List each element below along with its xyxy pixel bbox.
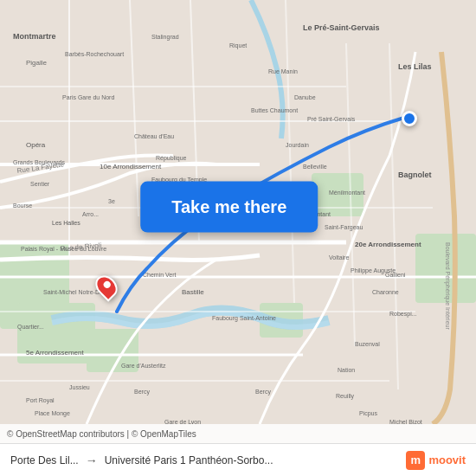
svg-text:Belleville: Belleville: [303, 164, 327, 170]
svg-text:Les Halles: Les Halles: [52, 220, 80, 226]
svg-text:République: République: [156, 155, 187, 162]
bottom-bar: Porte Des Lil... → Université Paris 1 Pa…: [0, 443, 476, 476]
svg-text:Danube: Danube: [294, 94, 316, 100]
svg-text:Voltaire: Voltaire: [329, 254, 349, 261]
svg-text:Port Royal: Port Royal: [26, 397, 55, 404]
svg-text:Bagnolet: Bagnolet: [398, 170, 432, 179]
svg-text:Arro...: Arro...: [82, 211, 99, 217]
svg-text:Robespi...: Robespi...: [389, 311, 417, 318]
map-attribution: © OpenStreetMap contributors | © OpenMap…: [0, 424, 476, 443]
svg-text:Bercy: Bercy: [134, 389, 150, 396]
moovit-logo-text: moovit: [428, 453, 466, 466]
svg-text:Paris Gare du Nord: Paris Gare du Nord: [62, 94, 114, 100]
take-me-there-button[interactable]: Take me there: [140, 182, 318, 233]
svg-text:Grands Boulevards: Grands Boulevards: [13, 159, 65, 165]
svg-text:Le Pré-Saint-Gervais: Le Pré-Saint-Gervais: [303, 23, 380, 32]
svg-text:Stalingrad: Stalingrad: [151, 34, 179, 41]
svg-text:Château d'Eau: Château d'Eau: [134, 133, 174, 139]
svg-text:Gare d'Austerlitz: Gare d'Austerlitz: [121, 363, 166, 369]
svg-text:Rue Manin: Rue Manin: [268, 68, 298, 74]
svg-text:Chemin Vert: Chemin Vert: [143, 272, 177, 278]
route-origin: Porte Des Lil...: [10, 454, 79, 466]
svg-text:Barbès-Rochechouart: Barbès-Rochechouart: [65, 51, 124, 57]
svg-text:Picpus: Picpus: [359, 410, 378, 417]
svg-text:Michel Bizot: Michel Bizot: [389, 419, 422, 424]
svg-text:Charonne: Charonne: [372, 289, 399, 295]
svg-text:Montmartre: Montmartre: [13, 32, 56, 41]
svg-text:10e Arrondissement: 10e Arrondissement: [100, 163, 162, 170]
route-destination: Université Paris 1 Panthéon-Sorbo...: [105, 454, 407, 466]
svg-text:Quartier...: Quartier...: [17, 324, 44, 331]
svg-text:Faubourg Saint-...: Faubourg Saint-...: [9, 423, 57, 424]
svg-text:Bercy: Bercy: [255, 389, 271, 396]
svg-text:Buzenval: Buzenval: [355, 341, 380, 347]
destination-marker: [97, 274, 116, 299]
svg-text:Gare de Lyon: Gare de Lyon: [164, 419, 201, 424]
svg-text:Bastille: Bastille: [182, 288, 204, 296]
svg-text:Palais Royal - Musée du Louvre: Palais Royal - Musée du Louvre: [21, 246, 106, 253]
svg-text:Jussieu: Jussieu: [69, 384, 90, 390]
svg-text:Riquet: Riquet: [229, 42, 247, 49]
svg-text:Ménilmontant: Ménilmontant: [329, 190, 365, 196]
svg-text:Opéra: Opéra: [26, 141, 46, 149]
svg-text:Boulevard Périphérique Intérie: Boulevard Périphérique Intérieur: [444, 242, 451, 330]
svg-text:5e Arrondissement: 5e Arrondissement: [26, 349, 84, 357]
svg-text:20e Arrondissement: 20e Arrondissement: [355, 241, 421, 248]
svg-text:Faubourg Saint-Antoine: Faubourg Saint-Antoine: [212, 315, 276, 322]
svg-text:Buttes Chaumont: Buttes Chaumont: [251, 107, 298, 113]
moovit-logo-letter: m: [406, 451, 425, 470]
svg-text:Les Lilas: Les Lilas: [398, 62, 432, 71]
svg-text:nasse: nasse: [95, 423, 112, 424]
svg-text:Place Monge: Place Monge: [35, 410, 70, 417]
moovit-logo: m moovit: [406, 451, 466, 470]
svg-text:Pigalle: Pigalle: [26, 59, 48, 67]
attribution-text: © OpenStreetMap contributors | © OpenMap…: [7, 429, 196, 439]
svg-text:Reuilly: Reuilly: [336, 393, 355, 400]
svg-text:Pré Saint-Gervais: Pré Saint-Gervais: [307, 116, 356, 122]
svg-text:Bourse: Bourse: [13, 203, 32, 209]
svg-text:Jourdain: Jourdain: [286, 142, 309, 148]
svg-text:Philippe Auguste: Philippe Auguste: [351, 267, 396, 274]
svg-text:Sentier: Sentier: [30, 181, 50, 187]
map-container: Rue de Rivoli Rue La Fayette Boulevard P…: [0, 0, 476, 424]
svg-text:3e: 3e: [108, 198, 115, 204]
svg-text:Nation: Nation: [338, 367, 355, 373]
origin-marker: [402, 111, 417, 126]
route-arrow: →: [86, 453, 98, 467]
svg-text:Saint-Fargeau: Saint-Fargeau: [325, 224, 363, 231]
